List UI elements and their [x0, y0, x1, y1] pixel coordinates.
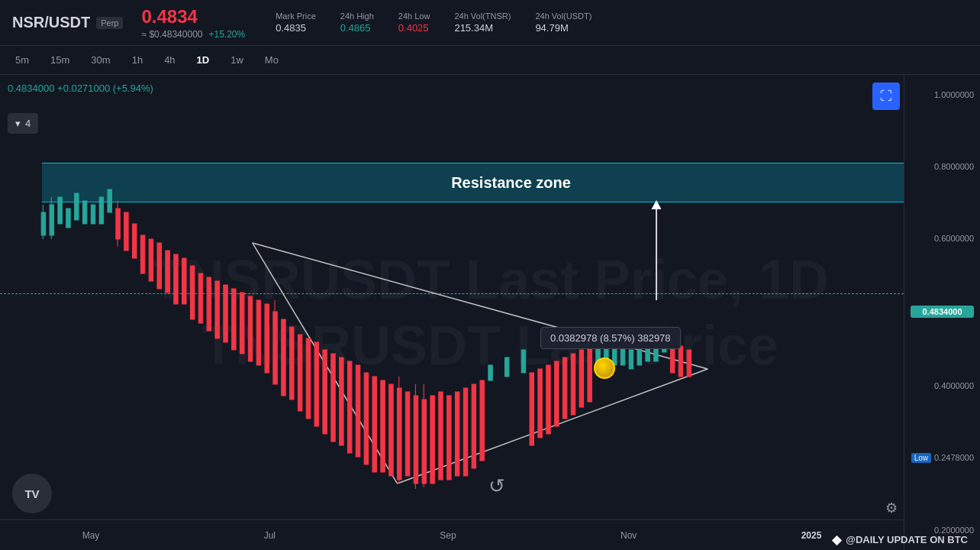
stat-24h-low: 24h Low 0.4025: [398, 11, 430, 34]
stat-value-2: 0.4025: [398, 22, 430, 34]
svg-rect-36: [207, 277, 211, 331]
low-price-tick: Low 0.2478000: [911, 453, 974, 463]
price-axis: 1.0000000 0.8000000 0.6000000 0.4834000 …: [904, 75, 980, 550]
svg-rect-9: [82, 201, 86, 224]
svg-rect-53: [347, 361, 351, 453]
stat-label-3: 24h Vol(TNSR): [454, 11, 511, 21]
svg-rect-61: [414, 396, 417, 484]
time-tick-jul: Jul: [264, 530, 276, 541]
perp-badge: Perp: [96, 17, 123, 29]
svg-rect-64: [439, 392, 443, 480]
svg-line-2: [253, 243, 398, 484]
svg-rect-75: [571, 354, 575, 415]
svg-rect-43: [265, 304, 269, 373]
stat-value-4: 94.79M: [535, 22, 592, 34]
header: NSR/USDT Perp 0.4834 ≈ $0.48340000 +15.2…: [0, 0, 980, 46]
stat-vol-tnsr: 24h Vol(TNSR) 215.34M: [454, 11, 511, 34]
svg-rect-59: [398, 388, 401, 480]
time-tick-sep: Sep: [440, 530, 456, 541]
watermark: TNSRUSDT Last Price, 1D TNSRUSDT Last Pr…: [151, 247, 829, 379]
tf-15m[interactable]: 15m: [41, 51, 79, 69]
svg-rect-68: [472, 384, 475, 468]
svg-rect-56: [372, 377, 376, 472]
svg-rect-29: [149, 239, 153, 281]
svg-rect-25: [116, 209, 120, 239]
svg-rect-37: [215, 281, 219, 338]
svg-rect-51: [331, 354, 335, 442]
price-tick-2: 0.8000000: [911, 162, 974, 171]
svg-rect-30: [157, 243, 161, 289]
svg-rect-39: [232, 289, 236, 350]
tf-1h[interactable]: 1h: [123, 51, 152, 69]
price-tooltip: 0.0382978 (8.57%) 382978: [540, 327, 681, 349]
svg-rect-35: [198, 273, 202, 323]
low-price-value: 0.2478000: [934, 453, 974, 462]
tradingview-logo: TV: [12, 474, 52, 513]
svg-rect-31: [166, 251, 169, 293]
dropdown-arrow-icon: ▾: [15, 118, 21, 129]
gold-circle-marker: [594, 358, 615, 379]
price-change: +15.20%: [208, 29, 245, 40]
tf-1d[interactable]: 1D: [188, 51, 219, 69]
stats-block: Mark Price 0.4835 24h High 0.4865 24h Lo…: [276, 11, 592, 34]
tf-mo[interactable]: Mo: [256, 51, 288, 69]
stat-label-1: 24h High: [340, 11, 374, 21]
time-tick-2025: 2025: [801, 530, 822, 541]
svg-rect-42: [256, 300, 260, 365]
usd-equiv: ≈ $0.48340000: [141, 29, 202, 40]
svg-rect-26: [124, 212, 128, 251]
social-tag: ◆ @DAILY UPDATE ON BTC: [832, 532, 968, 547]
tooltip-text: 0.0382978 (8.57%) 382978: [550, 332, 671, 344]
settings-icon[interactable]: ⚙: [885, 500, 898, 516]
svg-rect-41: [248, 296, 252, 361]
svg-rect-55: [364, 373, 368, 464]
svg-rect-71: [538, 369, 542, 438]
svg-line-1: [398, 369, 708, 484]
diamond-icon: ◆: [832, 532, 841, 547]
resistance-zone: Resistance zone: [42, 163, 980, 202]
stat-mark-price: Mark Price 0.4835: [276, 11, 316, 34]
svg-rect-79: [679, 346, 682, 377]
low-label: Low: [911, 453, 931, 463]
svg-rect-14: [505, 358, 509, 377]
stat-label-0: Mark Price: [276, 11, 316, 21]
stat-24h-high: 24h High 0.4865: [340, 11, 374, 34]
svg-rect-15: [521, 350, 525, 373]
symbol-block: NSR/USDT Perp: [12, 14, 123, 31]
tf-30m[interactable]: 30m: [82, 51, 119, 69]
svg-rect-34: [190, 266, 194, 319]
dropdown-label: 4: [25, 118, 31, 129]
svg-rect-20: [629, 350, 633, 369]
refresh-icon[interactable]: ↺: [488, 474, 505, 498]
svg-rect-65: [447, 396, 451, 480]
svg-rect-10: [91, 205, 95, 224]
svg-rect-80: [687, 350, 691, 377]
svg-rect-67: [463, 388, 467, 476]
svg-rect-52: [340, 358, 343, 445]
svg-rect-72: [546, 365, 550, 434]
svg-rect-74: [563, 358, 566, 419]
ohlc-values: 0.4834000 +0.0271000 (+5.94%): [8, 82, 153, 94]
expand-button[interactable]: ⛶: [872, 82, 900, 110]
svg-rect-63: [430, 396, 434, 484]
stat-vol-usdt: 24h Vol(USDT) 94.79M: [535, 11, 592, 34]
time-tick-may: May: [82, 530, 100, 541]
svg-rect-69: [480, 380, 484, 461]
svg-rect-33: [182, 258, 186, 304]
price-tick-3: 0.6000000: [911, 234, 974, 243]
price-block: 0.4834 ≈ $0.48340000 +15.20%: [141, 6, 245, 40]
time-axis: May Jul Sep Nov 2025: [0, 519, 904, 550]
svg-rect-58: [389, 384, 393, 476]
stat-label-4: 24h Vol(USDT): [535, 11, 592, 21]
svg-rect-73: [555, 361, 559, 426]
svg-rect-48: [306, 338, 310, 419]
chart-area: TNSRUSDT Last Price, 1D TNSRUSDT Last Pr…: [0, 75, 980, 550]
stat-value-0: 0.4835: [276, 22, 316, 34]
dropdown-button[interactable]: ▾ 4: [8, 113, 38, 134]
usd-price: ≈ $0.48340000 +15.20%: [141, 29, 245, 40]
tf-5m[interactable]: 5m: [6, 51, 38, 69]
time-tick-nov: Nov: [621, 530, 637, 541]
tf-1w[interactable]: 1w: [221, 51, 253, 69]
tf-4h[interactable]: 4h: [155, 51, 184, 69]
svg-rect-54: [356, 365, 359, 457]
